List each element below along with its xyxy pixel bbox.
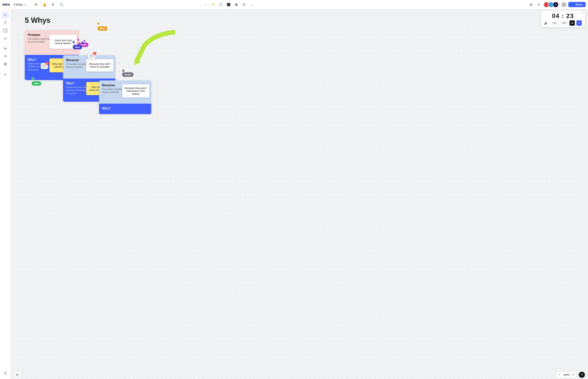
because1-sticky[interactable]: Because they don't know it's possible [86,59,113,72]
svg-marker-6 [83,40,86,41]
cursor-matt: Matt [97,22,101,26]
board-title: 5 Whys [25,16,50,25]
upload-icon[interactable]: ⬆ [50,1,56,8]
notifications-icon[interactable]: 🔔 [41,1,48,8]
lightning-icon[interactable]: ⚡ [210,1,216,8]
because2-group: Because The problem should be as broad a… [99,80,151,114]
left-toolbar: ↖ T ◇ ✏ A ⊞ » ↺ [0,9,11,190]
pen-tool[interactable]: ✏ [2,45,9,52]
calligraphy-tool[interactable]: A [2,53,9,60]
screen-share-icon[interactable]: ⬛ [225,1,232,8]
svg-marker-4 [73,40,75,44]
shapes-tool[interactable]: ◇ [2,35,9,42]
cursor-mae: Mae [32,77,35,81]
settings-icon[interactable]: ⚙ [33,1,39,8]
topbar: miro 5 Whys ★ ⚙ 🔔 ⬆ 🔍 › ⚡ 🕐 ⬛ 📽 ☰ ⌄ ⊞ ✦ … [0,0,294,9]
cursor-sadie: Sadie [122,69,125,72]
cursor-tool[interactable]: ↖ [2,12,9,18]
message-badge-2[interactable]: 💬 3 [41,63,48,69]
toolbar-separator-2 [3,69,8,69]
because2-sticky[interactable]: Because they aren't interested in this f… [122,84,149,97]
problem-sticky[interactable]: Users don't use search feature [49,35,77,49]
present-icon[interactable]: 📽 [233,1,239,8]
star-icon[interactable]: ★ [24,3,27,6]
why3-title: Why? [102,107,148,110]
message-badge-1[interactable]: 💬 2 [88,53,95,59]
cursor-bea: Bea [73,40,76,45]
timer-icon[interactable]: 🕐 [218,1,224,8]
problem-section: Problem The problem should be as broad a… [25,30,79,55]
green-arrow [106,30,175,69]
toolbar-separator [3,43,8,44]
why3-section: Why? [99,104,151,114]
svg-marker-2 [97,22,100,26]
sticky-tool[interactable] [2,27,9,34]
message-icon-2: 💬 [42,64,46,68]
text-tool[interactable]: T [2,19,9,26]
canvas[interactable]: 5 Whys Problem The problem should be as … [11,9,294,190]
app-logo: miro [2,2,10,7]
list-icon[interactable]: ☰ [241,1,247,8]
more-icon[interactable]: ⌄ [249,1,255,8]
because2-section: Because The problem should be as broad a… [99,80,151,104]
message-icon-1: 💬 [90,54,94,58]
topbar-center-tools: › ⚡ 🕐 ⬛ 📽 ☰ ⌄ [202,1,255,8]
board-name[interactable]: 5 Whys ★ [14,3,27,6]
svg-marker-1 [134,59,141,65]
more-tools[interactable]: » [2,71,9,78]
nav-back-icon[interactable]: › [202,1,208,8]
chris-arrow [83,40,86,44]
svg-rect-0 [4,29,7,32]
svg-marker-7 [32,77,34,80]
svg-marker-8 [122,69,125,72]
search-icon[interactable]: 🔍 [58,1,64,8]
frame-tool[interactable]: ⊞ [2,61,9,67]
cursor-chris: Chris [77,38,81,42]
badge-count-2: 3 [46,62,49,65]
divider [30,2,30,7]
svg-marker-3 [77,38,80,42]
badge-count-1: 2 [93,52,96,55]
